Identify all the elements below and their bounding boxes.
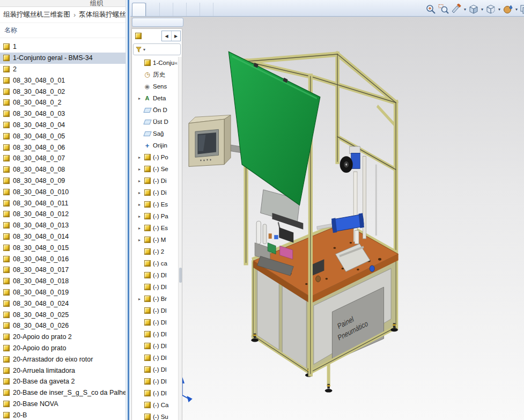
file-item[interactable]: 08_30_048_0_04 — [0, 120, 126, 131]
file-item[interactable]: 08_30_048_0_02 — [0, 86, 126, 97]
ribbon-tab[interactable] — [200, 3, 213, 16]
tree-item[interactable]: Ön D — [132, 104, 178, 116]
tree-item[interactable]: (-) Dl — [132, 375, 178, 387]
file-item[interactable]: 20-Apoio do prato — [0, 343, 126, 354]
tree-item[interactable]: (-) 2 — [132, 246, 178, 257]
tree-item[interactable]: Üst D — [132, 116, 178, 128]
file-item[interactable]: 08_30_048_0_011 — [0, 197, 126, 209]
command-group-box[interactable] — [132, 18, 183, 27]
zoom-in-icon[interactable] — [424, 3, 437, 16]
ribbon-tab[interactable] — [146, 3, 159, 16]
file-item[interactable]: 08_30_048_0_018 — [0, 276, 126, 287]
file-item[interactable]: 08_30_048_0_026 — [0, 320, 126, 331]
splitter-bar[interactable] — [128, 0, 129, 420]
machine-3d-model[interactable]: Painel Pneumático — [130, 17, 524, 420]
expand-arrow-icon[interactable] — [138, 167, 143, 172]
file-item[interactable]: 08_30_048_0_015 — [0, 242, 126, 253]
tree-item[interactable]: 历史 — [132, 69, 178, 80]
file-item[interactable]: 20-Base NOVA — [0, 399, 126, 410]
tree-item[interactable]: Deta — [132, 92, 178, 104]
file-item[interactable]: 08_30_048_0_017 — [0, 264, 126, 276]
dropdown-arrow-icon[interactable]: ▾ — [497, 7, 501, 12]
expand-arrow-icon[interactable] — [138, 238, 143, 242]
ribbon-tab[interactable] — [213, 3, 226, 16]
file-item[interactable]: 08_30_048_0_08 — [0, 164, 126, 175]
file-item[interactable]: 08_30_048_0_09 — [0, 175, 126, 187]
tree-item[interactable]: (-) Dl — [132, 316, 178, 328]
file-item[interactable]: 1-Conjunto geral - BMS-34 — [0, 53, 126, 64]
view-orientation-icon[interactable] — [467, 3, 480, 16]
tree-item[interactable]: (-) Di — [132, 187, 178, 198]
breadcrumb-item[interactable]: 组装拧螺丝机三维套图 — [3, 10, 70, 19]
file-item[interactable]: 08_30_048_0_024 — [0, 298, 126, 309]
graphics-viewport[interactable]: Painel Pneumático — [130, 17, 524, 420]
file-item[interactable]: 08_30_048_0_07 — [0, 153, 126, 164]
expand-arrow-icon[interactable] — [138, 214, 143, 219]
organize-tab[interactable]: 组织 — [85, 0, 108, 7]
tree-item[interactable]: Orijin — [132, 139, 178, 151]
tree-item[interactable]: (-) Di — [132, 175, 178, 187]
appearance-icon[interactable] — [501, 3, 514, 16]
ribbon-tab[interactable] — [132, 3, 146, 16]
filter-input[interactable]: ▾ — [133, 43, 181, 55]
expand-arrow-icon[interactable] — [138, 96, 143, 101]
file-item[interactable]: 20-Apoio do prato 2 — [0, 331, 126, 343]
dropdown-arrow-icon[interactable]: ▾ — [514, 7, 519, 12]
tree-item[interactable]: (-) Dl — [132, 364, 178, 375]
tree-item[interactable]: (-) Pa — [132, 210, 178, 222]
expand-arrow-icon[interactable] — [138, 179, 143, 183]
file-item[interactable]: 20-Base da gaveta 2 — [0, 376, 126, 387]
tree-item[interactable]: (-) Se — [132, 163, 178, 175]
tree-item[interactable]: 1-Conju — [132, 57, 178, 69]
dropdown-arrow-icon[interactable]: ▾ — [480, 7, 484, 12]
file-item[interactable]: 08_30_048_0_012 — [0, 209, 126, 220]
file-item[interactable]: 20-Arruela limitadora — [0, 365, 126, 376]
ribbon-tab[interactable] — [186, 3, 200, 16]
tree-item[interactable]: (-) Es — [132, 222, 178, 234]
tree-item[interactable]: Sağ — [132, 128, 178, 139]
file-item[interactable]: 20-Arrastador do eixo rotor — [0, 353, 126, 365]
display-style-icon[interactable] — [484, 3, 497, 16]
ribbon-tab[interactable] — [173, 3, 186, 16]
tree-item[interactable]: (-) Dl — [132, 269, 178, 281]
tree-item[interactable]: (-) M — [132, 234, 178, 246]
panel-splitter[interactable] — [126, 0, 130, 420]
panel-nav-forward-button[interactable]: ▶ — [171, 31, 180, 41]
file-item[interactable]: 08_30_048_0_013 — [0, 220, 126, 231]
tree-item[interactable]: Sens — [132, 80, 178, 92]
tree-item[interactable]: (-) ca — [132, 257, 178, 269]
file-item[interactable]: 2 — [0, 64, 126, 75]
filter-dropdown-icon[interactable]: ▾ — [143, 47, 145, 52]
tree-item[interactable]: (-) Dl — [132, 281, 178, 293]
file-item[interactable]: 08_30_048_0_2 — [0, 97, 126, 108]
name-column-header[interactable]: 名称 — [0, 23, 130, 38]
scrollbar-thumb[interactable] — [179, 268, 182, 283]
tree-item[interactable]: (-) Es — [132, 198, 178, 210]
expand-arrow-icon[interactable] — [138, 226, 143, 231]
tree-item[interactable]: (-) Su — [132, 411, 178, 420]
file-item[interactable]: 08_30_048_0_025 — [0, 309, 126, 320]
zoom-area-icon[interactable] — [437, 3, 450, 16]
file-item[interactable]: 08_30_048_0_014 — [0, 231, 126, 242]
file-item[interactable]: 08_30_048_0_019 — [0, 287, 126, 298]
tree-item[interactable]: (-) Dl — [132, 352, 178, 364]
file-item[interactable]: 08_30_048_0_01 — [0, 75, 126, 86]
file-item[interactable]: 08_30_048_0_010 — [0, 186, 126, 197]
expand-arrow-icon[interactable] — [138, 155, 143, 160]
ribbon-tab[interactable] — [159, 3, 173, 16]
view-settings-icon[interactable] — [519, 3, 524, 16]
file-item[interactable]: 1 — [0, 41, 126, 53]
tree-item[interactable]: (-) Dl — [132, 305, 178, 316]
file-item[interactable]: 08_30_048_0_05 — [0, 130, 126, 142]
expand-arrow-icon[interactable] — [138, 202, 143, 207]
file-item[interactable]: 08_30_048_0_03 — [0, 108, 126, 120]
dropdown-arrow-icon[interactable]: ▾ — [463, 7, 467, 12]
file-item[interactable]: 20-B — [0, 409, 126, 420]
file-item[interactable]: 08_30_048_0_06 — [0, 142, 126, 153]
file-item[interactable]: 20-Base de inser_S_g_S_co da Palhet... — [0, 387, 126, 399]
tree-item[interactable]: (-) Dl — [132, 328, 178, 340]
feature-tree-scrollbar[interactable] — [178, 57, 182, 420]
expand-arrow-icon[interactable] — [138, 297, 143, 301]
tree-item[interactable]: (-) Dl — [132, 340, 178, 352]
panel-nav-back-button[interactable]: ◀ — [162, 31, 171, 41]
